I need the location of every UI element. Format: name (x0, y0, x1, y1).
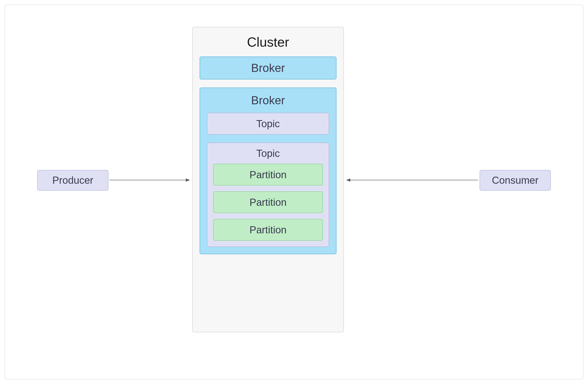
topic-simple-label: Topic (256, 118, 280, 129)
diagram-area: Producer Cluster Broker Broker Topic Top… (5, 5, 583, 379)
partition-box: Partition (213, 191, 323, 213)
svg-marker-1 (186, 178, 190, 182)
topic-simple-box: Topic (207, 113, 329, 135)
broker-expanded-box: Broker Topic Topic Partition Partition P… (200, 87, 336, 254)
partition-label: Partition (250, 224, 286, 236)
partition-label: Partition (250, 197, 286, 208)
consumer-box: Consumer (480, 170, 551, 191)
broker-simple-box: Broker (200, 57, 336, 80)
broker-simple-label: Broker (251, 61, 285, 75)
diagram-container: Producer Cluster Broker Broker Topic Top… (5, 5, 583, 379)
partition-label: Partition (250, 169, 286, 181)
topic-expanded-label: Topic (213, 148, 323, 159)
broker-expanded-label: Broker (207, 94, 329, 107)
producer-box: Producer (37, 170, 108, 191)
partition-box: Partition (213, 219, 323, 241)
producer-label: Producer (52, 174, 93, 186)
cluster-title: Cluster (200, 34, 336, 50)
cluster-box: Cluster Broker Broker Topic Topic Partit… (192, 27, 344, 332)
consumer-label: Consumer (492, 174, 539, 186)
topic-expanded-box: Topic Partition Partition Partition (207, 143, 329, 247)
partition-box: Partition (213, 164, 323, 186)
arrow-consumer-to-cluster (346, 178, 478, 182)
arrow-producer-to-cluster (109, 178, 190, 182)
